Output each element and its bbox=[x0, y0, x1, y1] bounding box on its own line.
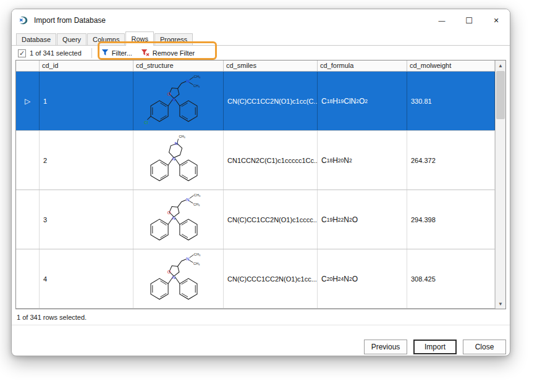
molecule-structure bbox=[140, 251, 218, 307]
scrollbar-thumb[interactable] bbox=[496, 71, 505, 119]
table-row[interactable]: ▷ 1 CN(C)CC1CC2N(O1)c1cc(C... C18H19ClN2… bbox=[16, 72, 495, 131]
cd-molweight-cell: 308.425 bbox=[407, 249, 495, 308]
close-button[interactable]: ✕ bbox=[483, 9, 510, 31]
table-row[interactable]: 3 CN(C)CC1CC2N(O1)c1cccc... C19H22N2O 29… bbox=[16, 190, 495, 249]
filter-funnel-icon bbox=[101, 49, 109, 57]
tab-progress[interactable]: Progress bbox=[154, 33, 193, 45]
cd-smiles-cell: CN(C)CC1CC2N(O1)c1cc(C... bbox=[224, 72, 318, 130]
tab-columns[interactable]: Columns bbox=[87, 33, 125, 45]
checkmark-icon: ✓ bbox=[19, 50, 25, 57]
cd-structure-cell bbox=[133, 131, 224, 190]
tab-strip: Database Query Columns Rows Progress bbox=[12, 31, 510, 46]
status-bar: 1 of 341 rows selected. bbox=[12, 309, 510, 325]
molecule-structure bbox=[140, 133, 218, 188]
maximize-icon: ☐ bbox=[465, 16, 473, 25]
cd-structure-cell bbox=[133, 249, 224, 308]
close-dialog-button[interactable]: Close bbox=[463, 340, 506, 354]
header-cd-structure[interactable]: cd_structure bbox=[133, 60, 224, 71]
table-row[interactable]: 2 CN1CCN2C(C1)c1ccccc1Cc... C18H20N2 264… bbox=[16, 131, 495, 190]
close-icon: ✕ bbox=[493, 17, 499, 25]
cd-structure-cell bbox=[133, 72, 224, 130]
cd-molweight-cell: 294.398 bbox=[407, 190, 495, 249]
cd-id-cell: 2 bbox=[40, 131, 133, 190]
cd-smiles-cell: CN1CCN2C(C1)c1ccccc1Cc... bbox=[224, 131, 318, 190]
header-cd-smiles[interactable]: cd_smiles bbox=[224, 60, 318, 71]
cd-smiles-cell: CN(C)CC1CC2N(O1)c1cccc... bbox=[224, 190, 318, 249]
previous-button[interactable]: Previous bbox=[364, 340, 407, 354]
maximize-button[interactable]: ☐ bbox=[455, 9, 483, 31]
scroll-up-icon[interactable]: ▲ bbox=[496, 60, 505, 70]
cd-formula-cell: C19H22N2O bbox=[318, 190, 407, 249]
cd-id-cell: 3 bbox=[40, 190, 133, 249]
toolbar-separator bbox=[91, 48, 92, 58]
tab-database[interactable]: Database bbox=[16, 33, 56, 45]
cd-molweight-cell: 330.81 bbox=[407, 72, 495, 130]
scroll-down-icon[interactable]: ▼ bbox=[496, 299, 505, 309]
rows-toolbar: ✓ 1 of 341 selected Filter... Remove Fil… bbox=[12, 46, 510, 60]
current-row-marker-icon: ▷ bbox=[20, 97, 35, 106]
header-cd-formula[interactable]: cd_formula bbox=[318, 60, 407, 71]
row-selector-cell[interactable] bbox=[16, 190, 40, 249]
grid-header-row: cd_id cd_structure cd_smiles cd_formula … bbox=[16, 60, 495, 72]
app-icon bbox=[19, 15, 29, 26]
filter-button-label: Filter... bbox=[112, 49, 132, 57]
import-from-database-dialog: Import from Database — ☐ ✕ Database Quer… bbox=[11, 9, 510, 356]
cd-molweight-cell: 264.372 bbox=[407, 131, 495, 190]
remove-filter-button-label: Remove Filter bbox=[153, 49, 195, 57]
vertical-scrollbar[interactable]: ▲ ▼ bbox=[495, 60, 505, 309]
desktop: { "window": { "title": "Import from Data… bbox=[0, 0, 545, 392]
window-title: Import from Database bbox=[34, 16, 106, 25]
cd-formula-cell: C20H24N2O bbox=[318, 249, 407, 308]
cd-smiles-cell: CN(C)CCC1CC2N(O1)c1cc... bbox=[224, 249, 318, 308]
minimize-button[interactable]: — bbox=[428, 9, 455, 31]
results-grid: cd_id cd_structure cd_smiles cd_formula … bbox=[15, 60, 506, 309]
molecule-structure bbox=[140, 73, 218, 129]
minimize-icon: — bbox=[439, 17, 446, 24]
tab-query[interactable]: Query bbox=[57, 33, 87, 45]
header-row-selector bbox=[16, 60, 40, 71]
cd-formula-cell: C18H19ClN2O2 bbox=[318, 72, 407, 130]
select-all-checkbox[interactable]: ✓ bbox=[18, 49, 26, 57]
import-button[interactable]: Import bbox=[413, 340, 457, 354]
cd-id-cell: 4 bbox=[40, 249, 133, 308]
remove-filter-button[interactable]: Remove Filter bbox=[137, 47, 199, 59]
cd-id-cell: 1 bbox=[40, 72, 133, 130]
header-cd-molweight[interactable]: cd_molweight bbox=[407, 60, 495, 71]
row-selector-cell[interactable] bbox=[16, 131, 40, 190]
cd-structure-cell bbox=[133, 190, 224, 249]
cd-formula-cell: C18H20N2 bbox=[318, 131, 407, 190]
table-row[interactable]: 4 CN(C)CCC1CC2N(O1)c1cc... C20H24N2O 308… bbox=[16, 249, 495, 309]
filter-button[interactable]: Filter... bbox=[97, 47, 137, 59]
row-selector-cell[interactable] bbox=[16, 249, 40, 308]
grid-body: cd_id cd_structure cd_smiles cd_formula … bbox=[16, 60, 495, 309]
header-cd-id[interactable]: cd_id bbox=[40, 60, 133, 71]
tab-rows[interactable]: Rows bbox=[125, 31, 154, 46]
title-bar[interactable]: Import from Database — ☐ ✕ bbox=[12, 9, 510, 31]
window-controls: — ☐ ✕ bbox=[428, 9, 510, 31]
molecule-structure bbox=[140, 192, 218, 248]
selection-count-label: 1 of 341 selected bbox=[30, 49, 82, 57]
row-selector-cell[interactable]: ▷ bbox=[16, 72, 40, 130]
status-text: 1 of 341 rows selected. bbox=[17, 314, 87, 321]
remove-filter-funnel-icon bbox=[141, 49, 150, 57]
